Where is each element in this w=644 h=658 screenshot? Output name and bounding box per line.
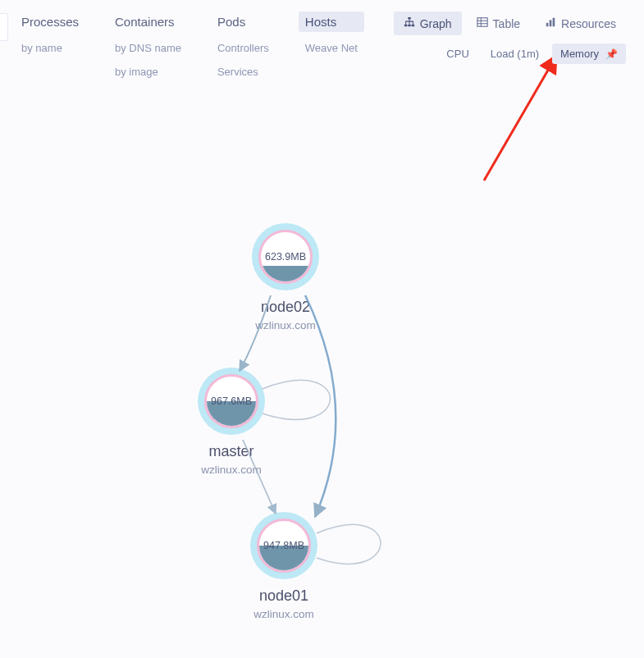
- graph-view-label: Graph: [420, 17, 452, 30]
- scope-sub-by-image[interactable]: by image: [108, 64, 188, 80]
- scope-processes: Processes by name: [15, 11, 85, 80]
- metric-row: CPU Load (1m) Memory 📌: [438, 43, 626, 64]
- bars-icon: [545, 16, 556, 30]
- scope-containers: Containers by DNS name by image: [108, 11, 188, 80]
- scope-tab-pods[interactable]: Pods: [211, 11, 276, 32]
- cpu-metric-button[interactable]: CPU: [438, 43, 477, 64]
- grid-icon: [477, 16, 488, 30]
- view-controls: Graph Table Resources CPU Load (1m) Memo…: [394, 11, 626, 64]
- svg-rect-4: [477, 18, 486, 27]
- svg-rect-9: [550, 20, 552, 26]
- memory-metric-label: Memory: [560, 48, 599, 60]
- svg-rect-0: [408, 17, 411, 20]
- load-metric-button[interactable]: Load (1m): [482, 43, 547, 64]
- scope-sub-by-dns-name[interactable]: by DNS name: [108, 40, 188, 56]
- resources-view-button[interactable]: Resources: [535, 11, 626, 35]
- scope-tab-processes[interactable]: Processes: [15, 11, 85, 32]
- svg-rect-3: [411, 25, 414, 27]
- scope-tab-hosts[interactable]: Hosts: [299, 11, 364, 32]
- table-view-button[interactable]: Table: [467, 11, 530, 35]
- svg-rect-10: [553, 18, 555, 27]
- resources-view-label: Resources: [561, 17, 616, 30]
- svg-rect-1: [404, 25, 408, 27]
- view-mode-row: Graph Table Resources: [394, 11, 626, 35]
- scope-hosts: Hosts Weave Net: [299, 11, 364, 80]
- topology-edge-layer: [0, 0, 644, 658]
- table-view-label: Table: [493, 17, 520, 30]
- pin-icon: 📌: [605, 48, 618, 60]
- svg-rect-2: [408, 25, 411, 27]
- scope-sub-by-name[interactable]: by name: [15, 40, 85, 56]
- sitemap-icon: [404, 16, 415, 30]
- scope-tab-containers[interactable]: Containers: [108, 11, 188, 32]
- node-value: 967.6MB: [211, 395, 252, 407]
- scope-pods: Pods Controllers Services: [211, 11, 276, 80]
- graph-view-button[interactable]: Graph: [394, 11, 462, 35]
- scope-sub-controllers[interactable]: Controllers: [211, 40, 276, 56]
- node-value: 623.9MB: [265, 251, 306, 263]
- memory-metric-button[interactable]: Memory 📌: [552, 43, 626, 64]
- scope-sub-services[interactable]: Services: [211, 64, 276, 80]
- node-value: 947.8MB: [263, 540, 304, 551]
- svg-rect-8: [546, 23, 549, 26]
- scope-sub-weave-net[interactable]: Weave Net: [299, 40, 364, 56]
